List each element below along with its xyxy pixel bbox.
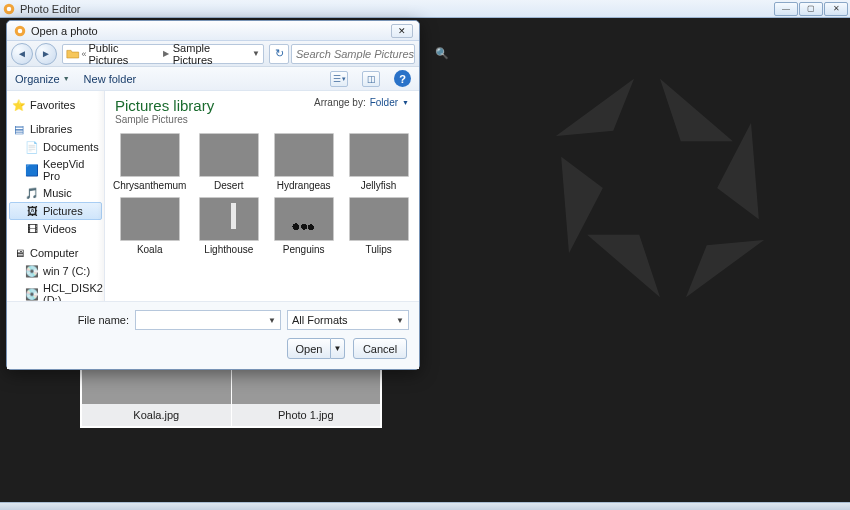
arrange-value: Folder: [370, 97, 398, 108]
minimize-button[interactable]: —: [774, 2, 798, 16]
thumb-label: Desert: [214, 180, 243, 191]
file-thumb[interactable]: Desert: [196, 133, 261, 191]
dialog-close-button[interactable]: ✕: [391, 24, 413, 38]
chevron-down-icon: ▼: [402, 99, 409, 106]
recent-label: Koala.jpg: [82, 404, 231, 426]
sidebar-item-videos[interactable]: 🎞Videos: [9, 220, 102, 238]
sidebar: ⭐ Favorites ▤ Libraries 📄Documents 🟦Keep…: [7, 91, 105, 301]
open-button[interactable]: Open: [287, 338, 331, 359]
thumb-label: Chrysanthemum: [113, 180, 186, 191]
thumb-image: [199, 197, 259, 241]
svg-point-3: [18, 28, 23, 33]
nav-back-button[interactable]: ◄: [11, 43, 33, 65]
thumb-image: [199, 133, 259, 177]
thumb-image: [274, 197, 334, 241]
sidebar-item-keepvid[interactable]: 🟦KeepVid Pro: [9, 156, 102, 184]
file-thumb[interactable]: Chrysanthemum: [113, 133, 186, 191]
breadcrumb-dropdown[interactable]: ▼: [252, 49, 260, 58]
dialog-titlebar[interactable]: Open a photo ✕: [7, 21, 419, 41]
breadcrumb-item[interactable]: Sample Pictures: [173, 42, 250, 66]
dialog-body: ⭐ Favorites ▤ Libraries 📄Documents 🟦Keep…: [7, 91, 419, 301]
open-dropdown-button[interactable]: ▼: [331, 338, 345, 359]
sidebar-item-label: Pictures: [43, 205, 83, 217]
close-button[interactable]: ✕: [824, 2, 848, 16]
new-folder-button[interactable]: New folder: [84, 73, 137, 85]
thumbnail-grid: Chrysanthemum Desert Hydrangeas Jellyfis…: [105, 129, 419, 301]
sidebar-libraries[interactable]: ▤ Libraries: [9, 120, 102, 138]
computer-icon: 🖥: [12, 246, 26, 260]
sidebar-item-music[interactable]: 🎵Music: [9, 184, 102, 202]
file-thumb[interactable]: Koala: [113, 197, 186, 255]
sidebar-computer[interactable]: 🖥 Computer: [9, 244, 102, 262]
file-thumb[interactable]: Tulips: [346, 197, 411, 255]
refresh-button[interactable]: ↻: [269, 44, 289, 64]
dialog-main: Pictures library Sample Pictures Arrange…: [105, 91, 419, 301]
star-icon: ⭐: [12, 98, 26, 112]
app-body: Koala.jpg Photo 1.jpg Open a photo ✕ ◄ ►…: [0, 18, 850, 510]
app-icon: [2, 2, 16, 16]
chevron-down-icon: ▼: [63, 75, 70, 82]
thumb-image: [349, 133, 409, 177]
thumb-image: [120, 197, 180, 241]
view-mode-button[interactable]: ☰▾: [330, 71, 348, 87]
open-file-dialog: Open a photo ✕ ◄ ► « Public Pictures ▶ S…: [6, 20, 420, 370]
new-folder-label: New folder: [84, 73, 137, 85]
app-titlebar: Photo Editor — ▢ ✕: [0, 0, 850, 18]
taskbar[interactable]: [0, 502, 850, 510]
chevron-right-icon: ▶: [161, 49, 171, 58]
file-thumb[interactable]: Lighthouse: [196, 197, 261, 255]
organize-label: Organize: [15, 73, 60, 85]
svg-point-1: [7, 6, 12, 11]
videos-icon: 🎞: [25, 222, 39, 236]
thumb-label: Koala: [137, 244, 163, 255]
arrange-by[interactable]: Arrange by: Folder ▼: [314, 97, 409, 108]
drive-icon: 💽: [25, 287, 39, 301]
aperture-watermark: [530, 58, 790, 318]
nav-forward-button[interactable]: ►: [35, 43, 57, 65]
dialog-title: Open a photo: [31, 25, 98, 37]
thumb-image: [120, 133, 180, 177]
search-icon[interactable]: 🔍: [435, 47, 449, 60]
dialog-toolbar: Organize ▼ New folder ☰▾ ◫ ?: [7, 67, 419, 91]
file-name-combo[interactable]: ▼: [135, 310, 281, 330]
thumb-label: Hydrangeas: [277, 180, 331, 191]
sidebar-item-pictures[interactable]: 🖼Pictures: [9, 202, 102, 220]
file-type-combo[interactable]: All Formats ▼: [287, 310, 409, 330]
sidebar-item-label: HCL_DISK2 (D:): [43, 282, 103, 301]
cancel-button[interactable]: Cancel: [353, 338, 407, 359]
help-button[interactable]: ?: [394, 70, 411, 87]
dialog-bottom: File name: ▼ All Formats ▼ Open ▼ Cancel: [7, 301, 419, 369]
preview-pane-button[interactable]: ◫: [362, 71, 380, 87]
file-thumb[interactable]: Penguins: [271, 197, 336, 255]
window-controls: — ▢ ✕: [774, 2, 848, 16]
sidebar-item-documents[interactable]: 📄Documents: [9, 138, 102, 156]
search-input[interactable]: [296, 48, 435, 60]
file-thumb[interactable]: Jellyfish: [346, 133, 411, 191]
breadcrumb-item[interactable]: Public Pictures: [89, 42, 159, 66]
sidebar-item-label: Videos: [43, 223, 76, 235]
dialog-nav: ◄ ► « Public Pictures ▶ Sample Pictures …: [7, 41, 419, 67]
sidebar-item-label: KeepVid Pro: [43, 158, 99, 182]
file-thumb[interactable]: Hydrangeas: [271, 133, 336, 191]
sidebar-drive[interactable]: 💽win 7 (C:): [9, 262, 102, 280]
chevron-down-icon: ▼: [396, 316, 404, 325]
breadcrumb[interactable]: « Public Pictures ▶ Sample Pictures ▼: [62, 44, 264, 64]
maximize-button[interactable]: ▢: [799, 2, 823, 16]
file-name-label: File name:: [17, 314, 129, 326]
sidebar-drive[interactable]: 💽HCL_DISK2 (D:): [9, 280, 102, 301]
library-title: Pictures library: [115, 97, 214, 114]
document-icon: 📄: [25, 140, 39, 154]
organize-menu[interactable]: Organize ▼: [15, 73, 70, 85]
sidebar-label: Favorites: [30, 99, 75, 111]
thumb-label: Tulips: [365, 244, 391, 255]
search-box[interactable]: 🔍: [291, 44, 415, 64]
arrange-label: Arrange by:: [314, 97, 366, 108]
chevron-down-icon: ▼: [268, 316, 276, 325]
sidebar-label: Libraries: [30, 123, 72, 135]
file-type-value: All Formats: [292, 314, 348, 326]
sidebar-item-label: Documents: [43, 141, 99, 153]
app-title: Photo Editor: [20, 3, 81, 15]
sidebar-favorites[interactable]: ⭐ Favorites: [9, 96, 102, 114]
library-subtitle: Sample Pictures: [115, 114, 214, 125]
thumb-label: Penguins: [283, 244, 325, 255]
